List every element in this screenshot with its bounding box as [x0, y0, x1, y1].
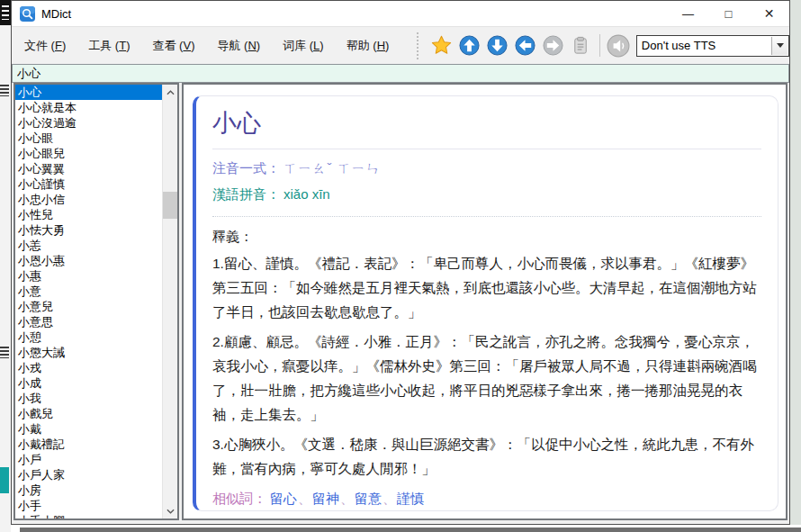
paste-button[interactable] [569, 33, 593, 58]
separator: 、 [382, 491, 396, 506]
list-item[interactable]: 小意 [15, 284, 162, 299]
definition-paragraph: 2.顧慮、顧忌。《詩經．小雅．正月》：「民之訛言，亦孔之將。念我獨兮，憂心京京，… [212, 329, 761, 427]
synonyms-label: 相似詞： [212, 491, 266, 508]
maximize-button[interactable]: □ [708, 1, 749, 26]
list-item[interactable]: 小憩 [15, 329, 162, 345]
back-button[interactable] [513, 33, 537, 58]
menu-item[interactable]: 工具 (T) [83, 34, 135, 58]
synonym-link[interactable]: 留意 [355, 491, 382, 506]
menu-item[interactable]: 导航 (N) [212, 34, 266, 58]
list-item[interactable]: 小我 [15, 391, 162, 406]
entry-card: 小心 注音一式：ㄒㄧㄠˇ ㄒㄧㄣ 漢語拼音：xiǎo xīn 釋義： 1.留心、… [193, 95, 778, 511]
favorites-button[interactable] [429, 33, 454, 58]
entry-pane: 小心 注音一式：ㄒㄧㄠˇ ㄒㄧㄣ 漢語拼音：xiǎo xīn 釋義： 1.留心、… [182, 83, 788, 520]
scrollbar-up-button[interactable] [163, 85, 177, 100]
definitions: 1.留心、謹慎。《禮記．表記》：「卑己而尊人，小心而畏儀，求以事君。」《紅樓夢》… [212, 251, 761, 481]
background-left-strip [0, 0, 11, 532]
zhuyin-label: 注音一式： [212, 160, 280, 176]
list-item[interactable]: 小房 [15, 482, 162, 498]
content-area: 小心 小心就是本 小心沒過逾 小心眼 小心眼兒 小心翼翼 小心謹慎 小忠小信 小… [12, 83, 789, 524]
minimize-button[interactable]: — [668, 1, 708, 26]
list-item[interactable]: 小恩小惠 [15, 253, 162, 268]
list-item[interactable]: 小戶 [15, 452, 162, 467]
list-item[interactable]: 小懲大誡 [15, 345, 162, 360]
list-item[interactable]: 小心眼兒 [15, 146, 162, 161]
scrollbar-down-button[interactable] [163, 503, 177, 518]
list-item[interactable]: 小戎 [15, 360, 162, 375]
star-icon [430, 34, 453, 57]
background-text-fragment [0, 85, 9, 96]
scrollbar-thumb[interactable] [163, 192, 177, 219]
list-item[interactable]: 小怯大勇 [15, 222, 162, 238]
list-item[interactable]: 小意思 [15, 314, 162, 329]
list-item[interactable]: 小戴 [15, 421, 162, 437]
list-item[interactable]: 小成 [15, 375, 162, 391]
background-window-fragment [0, 0, 11, 25]
toolbar-gripper[interactable] [417, 32, 421, 59]
menu-item[interactable]: 文件 (F) [19, 34, 71, 58]
scrollbar-track[interactable] [163, 100, 177, 503]
chevron-down-icon [166, 509, 175, 514]
title-bar: MDict — □ ✕ [12, 1, 789, 27]
menu-item[interactable]: 帮助 (H) [341, 34, 395, 58]
close-button[interactable]: ✕ [749, 1, 789, 26]
list-item[interactable]: 小心 [15, 85, 162, 100]
left-arrow-icon [515, 35, 536, 56]
menu-item[interactable]: 查看 (V) [148, 34, 201, 58]
list-item[interactable]: 小惠 [15, 268, 162, 284]
entry-headword: 小心 [212, 104, 761, 149]
down-arrow-icon [487, 35, 508, 56]
tts-dropdown[interactable]: Don't use TTS [636, 35, 789, 57]
background-window-edge [20, 527, 801, 532]
synonyms-row: 相似詞： 留心、留神、留意、謹慎 [212, 491, 761, 508]
speaker-icon [607, 34, 630, 58]
menu-items: 文件 (F) 工具 (T) 查看 (V) 导航 (N) 词库 (L) 帮助 (H… [19, 34, 406, 58]
word-list: 小心 小心就是本 小心沒過逾 小心眼 小心眼兒 小心翼翼 小心謹慎 小忠小信 小… [15, 85, 162, 518]
right-arrow-icon [543, 35, 563, 56]
mdict-window: MDict — □ ✕ 文件 (F) 工具 (T) 查看 (V) 导航 (N) … [11, 0, 790, 525]
up-arrow-icon [459, 35, 480, 56]
list-scrollbar[interactable] [162, 85, 177, 518]
definition-paragraph: 1.留心、謹慎。《禮記．表記》：「卑己而尊人，小心而畏儀，求以事君。」《紅樓夢》… [212, 251, 761, 324]
menu-bar: 文件 (F) 工具 (T) 查看 (V) 导航 (N) 词库 (L) 帮助 (H… [12, 27, 789, 64]
speak-button[interactable] [607, 33, 631, 58]
list-item[interactable]: 小戲兒 [15, 406, 162, 421]
list-item[interactable]: 小心就是本 [15, 100, 162, 115]
forward-button[interactable] [541, 33, 565, 58]
zhuyin-value: ㄒㄧㄠˇ ㄒㄧㄣ [284, 160, 381, 176]
pinyin-value: xiǎo xīn [284, 186, 330, 202]
scroll-down-button[interactable] [485, 33, 509, 58]
window-controls: — □ ✕ [668, 1, 789, 26]
chevron-up-icon [166, 90, 175, 95]
list-item[interactable]: 小心眼 [15, 131, 162, 146]
separator: 、 [340, 491, 354, 506]
background-teal-fragment [0, 467, 9, 493]
menu-item[interactable]: 词库 (L) [277, 34, 329, 58]
tts-dropdown-button[interactable] [771, 37, 788, 55]
list-item[interactable]: 小心翼翼 [15, 161, 162, 176]
search-row [12, 64, 789, 83]
synonym-links: 留心、留神、留意、謹慎 [270, 491, 424, 508]
dropdown-arrow-icon [777, 43, 784, 51]
synonym-link[interactable]: 謹慎 [397, 491, 424, 506]
definitions-label: 釋義： [212, 229, 761, 246]
list-item[interactable]: 小性兒 [15, 207, 162, 222]
pinyin-label: 漢語拼音： [212, 186, 280, 202]
search-input[interactable] [12, 64, 789, 83]
dotted-divider [212, 216, 761, 217]
list-item[interactable]: 小恙 [15, 238, 162, 253]
list-item[interactable]: 小意兒 [15, 299, 162, 314]
list-item[interactable]: 小忠小信 [15, 192, 162, 207]
synonym-link[interactable]: 留神 [312, 491, 339, 506]
scroll-up-button[interactable] [457, 33, 482, 58]
window-title: MDict [41, 7, 71, 21]
list-item[interactable]: 小手 [15, 498, 162, 513]
list-item[interactable]: 小手小腳 [15, 513, 162, 518]
list-item[interactable]: 小戴禮記 [15, 437, 162, 452]
list-item[interactable]: 小戶人家 [15, 467, 162, 482]
synonym-link[interactable]: 留心 [270, 491, 297, 506]
zhuyin-row: 注音一式：ㄒㄧㄠˇ ㄒㄧㄣ [212, 160, 761, 177]
definition-paragraph: 3.心胸狹小。《文選．嵇康．與山巨源絕交書》：「以促中小心之性，統此九患，不有外… [212, 432, 761, 481]
list-item[interactable]: 小心謹慎 [15, 176, 162, 192]
list-item[interactable]: 小心沒過逾 [15, 115, 162, 131]
